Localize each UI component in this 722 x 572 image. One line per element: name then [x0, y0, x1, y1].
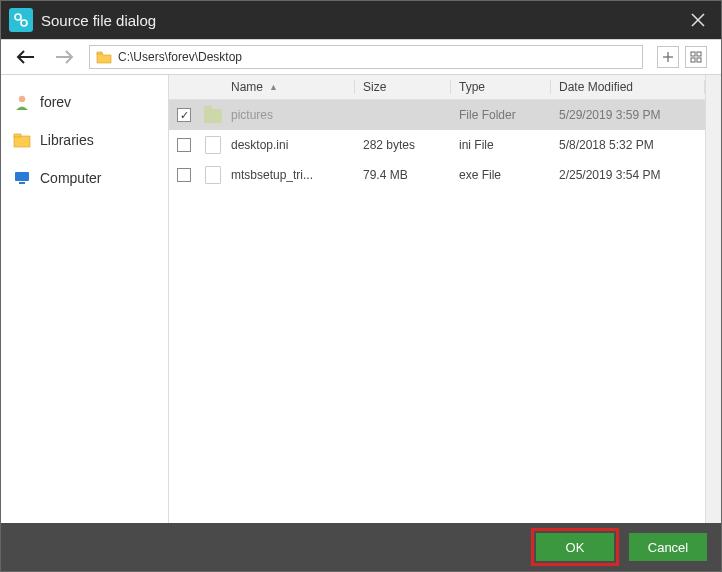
svg-line-2 [20, 19, 22, 21]
sidebar-item-label: forev [40, 94, 71, 110]
app-icon [9, 8, 33, 32]
row-checkbox[interactable]: ✓ [177, 108, 191, 122]
nav-back-button[interactable] [15, 46, 37, 68]
path-input[interactable]: C:\Users\forev\Desktop [89, 45, 643, 69]
cell-type: ini File [451, 138, 551, 152]
cell-name: mtsbsetup_tri... [227, 168, 355, 182]
scrollbar[interactable] [705, 75, 721, 523]
sort-asc-icon: ▲ [269, 82, 278, 92]
cell-date: 2/25/2019 3:54 PM [551, 168, 705, 182]
folder-icon [204, 109, 222, 123]
sidebar-item-libraries[interactable]: Libraries [1, 121, 168, 159]
user-icon [13, 93, 31, 111]
sidebar-item-user[interactable]: forev [1, 83, 168, 121]
file-area: Name ▲ Size Type Date Modified ✓pictures… [169, 75, 705, 523]
cell-size: 79.4 MB [355, 168, 451, 182]
file-icon [205, 166, 221, 184]
row-checkbox[interactable] [177, 138, 191, 152]
column-headers: Name ▲ Size Type Date Modified [169, 75, 705, 100]
cell-name: pictures [227, 108, 355, 122]
column-header-type[interactable]: Type [451, 80, 551, 94]
cell-name: desktop.ini [227, 138, 355, 152]
sidebar-item-label: Libraries [40, 132, 94, 148]
svg-rect-11 [697, 52, 701, 56]
svg-point-14 [19, 96, 25, 102]
svg-rect-18 [19, 182, 25, 184]
toolbar: C:\Users\forev\Desktop [1, 39, 721, 75]
svg-rect-12 [691, 58, 695, 62]
cell-type: File Folder [451, 108, 551, 122]
view-new-button[interactable] [657, 46, 679, 68]
row-checkbox[interactable] [177, 168, 191, 182]
view-grid-button[interactable] [685, 46, 707, 68]
close-button[interactable] [683, 5, 713, 35]
computer-icon [13, 169, 31, 187]
column-header-date[interactable]: Date Modified [551, 80, 705, 94]
column-header-name[interactable]: Name ▲ [227, 80, 355, 94]
cell-date: 5/8/2018 5:32 PM [551, 138, 705, 152]
folder-icon [96, 50, 112, 64]
cell-date: 5/29/2019 3:59 PM [551, 108, 705, 122]
main-area: forev Libraries Computer Name ▲ Size Typ… [1, 75, 721, 523]
titlebar: Source file dialog [1, 1, 721, 39]
svg-rect-7 [97, 52, 102, 54]
cancel-button[interactable]: Cancel [629, 533, 707, 561]
column-header-size[interactable]: Size [355, 80, 451, 94]
table-row[interactable]: desktop.ini282 bytesini File5/8/2018 5:3… [169, 130, 705, 160]
table-row[interactable]: mtsbsetup_tri...79.4 MBexe File2/25/2019… [169, 160, 705, 190]
path-text: C:\Users\forev\Desktop [118, 50, 242, 64]
sidebar-item-computer[interactable]: Computer [1, 159, 168, 197]
file-rows: ✓picturesFile Folder5/29/2019 3:59 PMdes… [169, 100, 705, 523]
table-row[interactable]: ✓picturesFile Folder5/29/2019 3:59 PM [169, 100, 705, 130]
svg-rect-17 [15, 172, 29, 181]
footer: OK Cancel [1, 523, 721, 571]
libraries-icon [13, 131, 31, 149]
svg-rect-13 [697, 58, 701, 62]
ok-button[interactable]: OK [536, 533, 614, 561]
svg-rect-15 [14, 136, 30, 147]
svg-rect-16 [14, 134, 21, 137]
svg-rect-10 [691, 52, 695, 56]
dialog-title: Source file dialog [41, 12, 156, 29]
sidebar: forev Libraries Computer [1, 75, 169, 523]
ok-highlight: OK [531, 528, 619, 566]
sidebar-item-label: Computer [40, 170, 101, 186]
cell-size: 282 bytes [355, 138, 451, 152]
file-icon [205, 136, 221, 154]
nav-forward-button[interactable] [53, 46, 75, 68]
cell-type: exe File [451, 168, 551, 182]
